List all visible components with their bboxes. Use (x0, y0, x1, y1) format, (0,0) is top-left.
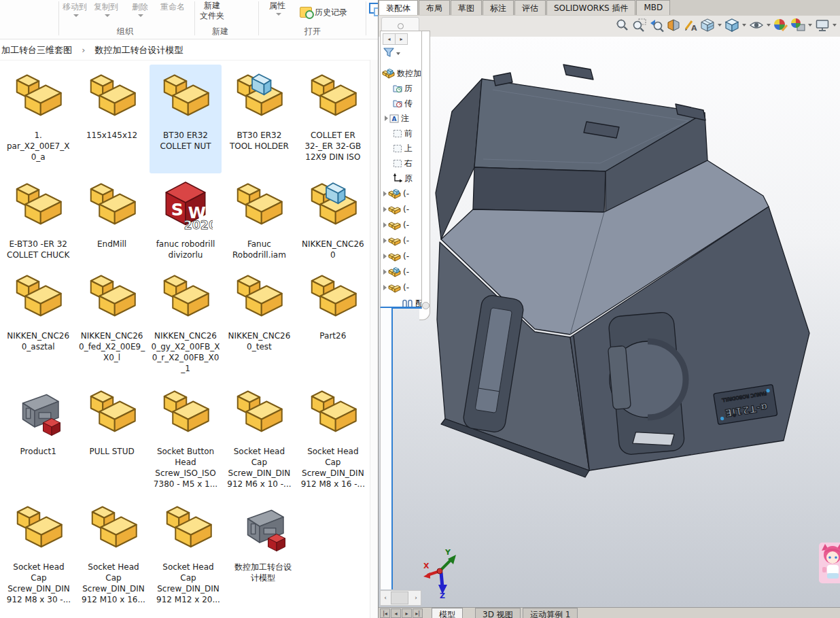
file-item[interactable]: COLLET ER 32-_ER 32-GB 12X9 DIN ISO (297, 65, 369, 173)
properties-button[interactable]: 属性 (269, 1, 285, 11)
rename-button[interactable]: 重命名 (160, 2, 185, 12)
next-study-icon[interactable]: ▸ (402, 608, 412, 618)
tree-component[interactable]: (- (382, 265, 422, 279)
last-study-icon[interactable]: ▸| (413, 608, 423, 618)
view-settings-caret-icon[interactable] (833, 24, 837, 27)
file-item[interactable]: NIKKEN_CNC26 0_asztal (2, 265, 74, 381)
tree-item-top-plane[interactable]: 上 (393, 141, 422, 155)
file-item[interactable]: Socket Head Cap Screw_DIN_DIN 912 M8 x 3… (2, 496, 75, 615)
file-item[interactable]: 数控加工转台设 计模型 (226, 496, 300, 615)
edit-appearance-icon[interactable] (773, 18, 788, 33)
copy-to-button[interactable]: 复制到 (94, 2, 118, 12)
tab-mbd[interactable]: MBD (636, 0, 670, 15)
expand-caret-icon[interactable] (383, 269, 387, 275)
zoom-to-fit-icon[interactable] (615, 18, 630, 33)
tree-item-annotations[interactable]: A 注 (383, 111, 422, 125)
file-item[interactable]: EndMill (75, 173, 147, 265)
file-item[interactable]: Socket Head Cap Screw_DIN_DIN 912 M6 x 1… (223, 381, 295, 496)
delete-button[interactable]: 删除 (132, 2, 148, 12)
tree-item-history[interactable]: 历 (393, 82, 422, 95)
hide-show-items-icon[interactable] (749, 18, 764, 33)
zoom-to-area-icon[interactable] (632, 18, 647, 33)
expand-caret-icon[interactable] (383, 222, 387, 228)
tree-component[interactable]: (- (382, 281, 422, 294)
first-study-icon[interactable]: |◂ (380, 608, 390, 618)
file-item[interactable]: NIKKEN_CNC26 0_test (223, 265, 295, 381)
tab-markup[interactable]: 标注 (483, 0, 514, 15)
file-item[interactable]: Part26 (297, 265, 369, 381)
file-item[interactable]: 115x145x12 (75, 65, 147, 173)
flyout-collapse-handle[interactable] (422, 302, 430, 309)
previous-view-icon[interactable] (649, 18, 664, 33)
view-orientation-caret-icon[interactable] (718, 24, 722, 27)
tree-item-sensors[interactable]: 传 (393, 97, 422, 110)
expand-caret-icon[interactable] (383, 207, 387, 212)
tree-component[interactable]: (- (382, 203, 422, 216)
scroll-left-icon[interactable]: ‹ (381, 591, 390, 605)
display-style-icon[interactable] (724, 18, 739, 33)
file-item[interactable]: E-BT30 -ER 32 COLLET CHUCK (2, 173, 74, 265)
scroll-right-icon[interactable]: › (411, 591, 421, 605)
apply-scene-icon[interactable] (790, 18, 805, 33)
tab-model[interactable]: 模型 (432, 608, 463, 618)
tree-next-tab-button[interactable]: ▸ (395, 33, 408, 45)
file-item[interactable]: Socket Button Head Screw_ISO_ISO 7380 - … (150, 381, 222, 496)
file-item-selected[interactable]: BT30 ER32 COLLET NUT (150, 65, 222, 173)
file-item[interactable]: Product1 (2, 381, 74, 496)
file-item[interactable]: 1. par_X2_00E7_X 0_a (2, 65, 74, 173)
tree-prev-tab-button[interactable]: ◂ (383, 33, 396, 45)
view-settings-icon[interactable] (815, 18, 830, 33)
expand-caret-icon[interactable] (383, 254, 387, 259)
assembly-3d-model[interactable]: α-T21îE FANUC ROBODRILL (379, 37, 840, 607)
tab-addins[interactable]: SOLIDWORKS 插件 (546, 0, 635, 15)
move-to-caret-icon[interactable] (73, 14, 79, 17)
file-item[interactable]: Socket Head Cap Screw_DIN_DIN 912 M12 x … (152, 496, 225, 615)
tree-component[interactable]: (- (382, 250, 422, 263)
copy-to-caret-icon[interactable] (105, 14, 110, 17)
tree-component[interactable]: (- (382, 234, 422, 247)
history-button[interactable]: 历史记录 (315, 7, 347, 18)
expand-caret-icon[interactable] (383, 191, 387, 196)
file-item[interactable]: Fanuc Robodrill.iam (223, 173, 295, 265)
view-orientation-icon[interactable] (700, 18, 715, 33)
file-item[interactable]: NIKKEN_CNC26 0 (297, 173, 369, 265)
move-to-button[interactable]: 移动到 (63, 2, 87, 12)
tab-layout[interactable]: 布局 (419, 0, 450, 15)
file-item[interactable]: NIKKEN_CNC26 0_fed_X2_00E9_ X0_l (75, 265, 147, 381)
tree-item-mates[interactable]: 配 (401, 296, 422, 309)
tab-motion-study[interactable]: 运动算例 1 (523, 608, 578, 618)
file-item[interactable]: Socket Head Cap Screw_DIN_DIN 912 M10 x … (77, 496, 150, 615)
tab-sketch[interactable]: 草图 (451, 0, 482, 15)
file-item[interactable]: BT30 ER32 TOOL HOLDER (223, 65, 295, 173)
prev-study-icon[interactable]: ◂ (391, 608, 401, 618)
apply-scene-caret-icon[interactable] (808, 24, 812, 27)
graphics-viewport[interactable]: α-T21îE FANUC ROBODRILL (379, 37, 840, 607)
breadcrumb-parent[interactable]: 加工转台三维套图 (1, 44, 72, 56)
tab-assembly[interactable]: 装配体 (379, 0, 418, 15)
expand-caret-icon[interactable] (383, 238, 387, 243)
tree-component[interactable]: (- (382, 187, 422, 201)
tree-horizontal-scrollbar[interactable]: ‹ › (380, 590, 421, 606)
breadcrumb-current[interactable]: 数控加工转台设计模型 (94, 44, 183, 56)
tree-component[interactable]: (- (382, 218, 422, 232)
properties-caret-icon[interactable] (276, 13, 281, 16)
file-item[interactable]: fanuc robodrill divizorlu (150, 173, 222, 265)
section-view-icon[interactable] (666, 18, 681, 33)
scrollbar-thumb[interactable] (391, 591, 408, 604)
filter-caret-icon[interactable] (396, 52, 400, 55)
filter-icon[interactable] (383, 48, 395, 58)
tree-root-assembly[interactable]: 数控加 (382, 67, 422, 80)
file-item[interactable]: Socket Head Cap Screw_DIN_DIN 912 M8 x 1… (297, 381, 369, 496)
expand-caret-icon[interactable] (383, 285, 387, 290)
explorer-scrollbar[interactable] (370, 60, 378, 618)
file-item[interactable]: NIKKEN_CNC26 0_gy_X2_00FB_X 0_r_X2_00FB_… (150, 265, 222, 381)
tab-3d-views[interactable]: 3D 视图 (475, 608, 521, 618)
tree-item-right-plane[interactable]: 右 (393, 156, 422, 170)
tree-item-origin[interactable]: 原 (393, 171, 422, 185)
tree-item-front-plane[interactable]: 前 (393, 126, 422, 140)
display-style-caret-icon[interactable] (742, 24, 746, 27)
delete-caret-icon[interactable] (138, 14, 143, 17)
new-folder-button[interactable]: 新建 文件夹 (200, 1, 224, 21)
tab-evaluate[interactable]: 评估 (514, 0, 546, 15)
hide-show-caret-icon[interactable] (767, 24, 771, 27)
